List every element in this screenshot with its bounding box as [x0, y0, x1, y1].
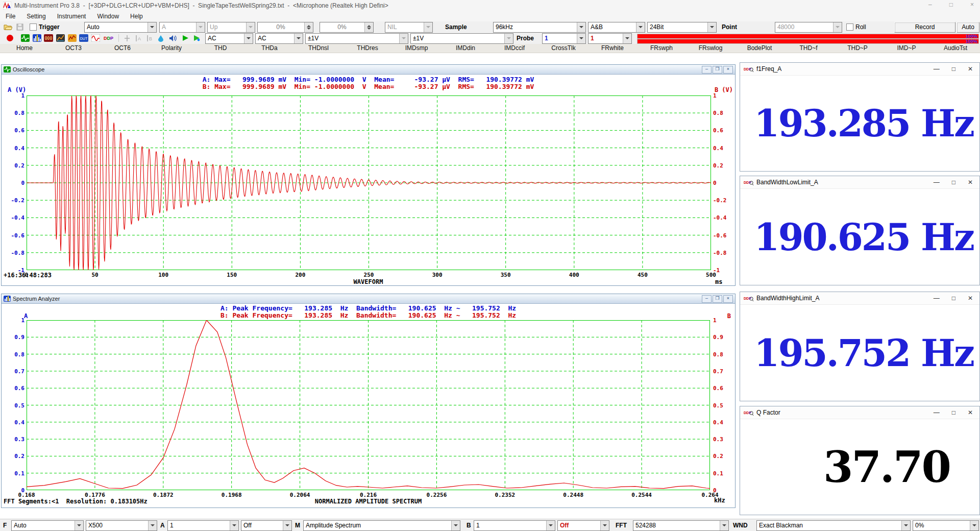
probe-a-select[interactable]: 1 — [542, 33, 586, 44]
chevron-down-icon[interactable] — [577, 34, 585, 43]
spectrum-3d-plot-icon[interactable] — [56, 34, 65, 42]
chevron-down-icon[interactable] — [283, 521, 291, 530]
tab-thdres[interactable]: THDres — [343, 44, 392, 53]
chevron-down-icon[interactable] — [504, 34, 513, 43]
open-file-icon[interactable] — [3, 22, 12, 31]
app-close-button[interactable]: × — [970, 1, 974, 8]
b-trace-select[interactable]: 1 — [474, 520, 555, 531]
a-trace-select[interactable]: 1 — [167, 520, 239, 531]
tab-oct6[interactable]: OCT6 — [98, 44, 147, 53]
tab-thd[interactable]: THD — [196, 44, 245, 53]
tab-thdnsl[interactable]: THDnsl — [294, 44, 343, 53]
data-logger-icon[interactable] — [67, 34, 77, 42]
tab-thd~p[interactable]: THD~P — [833, 44, 882, 53]
chevron-down-icon[interactable] — [707, 22, 716, 32]
chevron-down-icon[interactable] — [75, 521, 83, 530]
chevron-down-icon[interactable] — [148, 22, 156, 32]
trigger-level-spinner[interactable]: 0% — [257, 22, 313, 33]
chevron-down-icon[interactable] — [600, 521, 609, 530]
fft-mode-select[interactable]: Auto — [11, 520, 84, 531]
close-icon[interactable]: ✕ — [968, 65, 973, 73]
probe-b-select[interactable]: 1 — [588, 33, 632, 44]
chevron-down-icon[interactable] — [636, 22, 645, 32]
ink-drop-icon[interactable] — [156, 34, 165, 42]
spectrum-analyzer-icon[interactable] — [32, 34, 41, 42]
chevron-down-icon[interactable] — [577, 22, 585, 32]
spectrum-plot-area[interactable] — [27, 320, 710, 490]
ddp-titlebar[interactable]: DDP BandWidthLowLimit_A — □ ✕ — [740, 176, 979, 189]
spinner-arrows-icon[interactable] — [364, 22, 373, 32]
restore-icon[interactable]: ❐ — [713, 295, 722, 303]
trigger-rejection-select[interactable]: NIL — [385, 22, 433, 33]
roll-checkbox[interactable] — [846, 23, 853, 31]
ddp-viewer-icon[interactable]: DDP — [103, 34, 115, 42]
record-points-select[interactable]: 48000 — [775, 22, 842, 33]
scope-plot-area[interactable] — [27, 95, 711, 270]
sampling-channels-select[interactable]: A&B — [588, 22, 645, 33]
trigger-delay-spinner[interactable]: 0% — [320, 22, 374, 33]
tab-imdccif[interactable]: IMDccif — [490, 44, 539, 53]
coupling-a-select[interactable]: AC — [205, 33, 253, 44]
multimeter-icon[interactable]: 000 — [44, 34, 53, 42]
tab-frswph[interactable]: FRswph — [637, 44, 686, 53]
menu-item-instrument[interactable]: Instrument — [52, 11, 92, 21]
record-dot-icon[interactable] — [4, 34, 15, 42]
display-mode-select[interactable]: Amplitude Spectrum — [303, 520, 460, 531]
play-loop-icon[interactable] — [192, 34, 201, 42]
chevron-down-icon[interactable] — [970, 521, 978, 530]
menu-item-setting[interactable]: Setting — [21, 11, 51, 21]
marker-b-icon[interactable]: B — [145, 34, 154, 42]
chevron-down-icon[interactable] — [294, 34, 303, 43]
minimize-icon[interactable]: — — [934, 179, 940, 186]
tab-crosstlk[interactable]: CrossTlk — [539, 44, 588, 53]
range-b-select[interactable]: ±1V — [410, 33, 513, 44]
minimize-icon[interactable]: – — [702, 66, 712, 74]
ddp-titlebar[interactable]: DDP Q Factor — □ ✕ — [740, 406, 979, 419]
ddp-titlebar[interactable]: DDP f1Freq_A — □ ✕ — [740, 63, 979, 76]
tab-home[interactable]: Home — [0, 44, 49, 53]
maximize-icon[interactable]: □ — [952, 65, 955, 73]
spinner-arrows-icon[interactable] — [304, 22, 313, 32]
close-icon[interactable]: × — [723, 66, 733, 74]
chevron-down-icon[interactable] — [451, 521, 460, 530]
auto-button[interactable]: Auto — [957, 22, 979, 33]
maximize-icon[interactable]: □ — [952, 295, 955, 302]
chevron-down-icon[interactable] — [244, 34, 253, 43]
tab-thda[interactable]: THDa — [245, 44, 294, 53]
chevron-down-icon[interactable] — [399, 34, 408, 43]
overlap-select[interactable]: 0% — [913, 520, 979, 531]
tab-oct3[interactable]: OCT3 — [49, 44, 98, 53]
chevron-down-icon[interactable] — [148, 521, 157, 530]
marker-a-icon[interactable]: A — [134, 34, 143, 42]
chevron-down-icon[interactable] — [230, 521, 238, 530]
zoom-select[interactable]: X500 — [86, 520, 157, 531]
chevron-down-icon[interactable] — [720, 521, 728, 530]
chevron-down-icon[interactable] — [546, 521, 555, 530]
maximize-icon[interactable]: □ — [952, 179, 955, 186]
close-icon[interactable]: ✕ — [968, 179, 973, 186]
menu-item-help[interactable]: Help — [125, 11, 149, 21]
app-maximize-button[interactable]: □ — [949, 1, 953, 8]
menu-item-window[interactable]: Window — [91, 11, 125, 21]
maximize-icon[interactable]: □ — [952, 409, 955, 416]
a-processing-select[interactable]: Off — [241, 520, 292, 531]
restore-icon[interactable]: ❐ — [713, 66, 722, 74]
trigger-source-select[interactable]: A — [159, 22, 205, 33]
minimize-icon[interactable]: — — [934, 65, 940, 73]
chevron-down-icon[interactable] — [833, 22, 842, 32]
close-icon[interactable]: × — [723, 295, 733, 303]
save-file-icon[interactable] — [15, 22, 24, 31]
trigger-checkbox[interactable] — [30, 23, 37, 31]
oscilloscope-icon[interactable] — [20, 34, 30, 42]
coupling-b-select[interactable]: AC — [255, 33, 303, 44]
oscilloscope-titlebar[interactable]: Oscilloscope – ❐ × — [2, 65, 735, 75]
device-test-plan-icon[interactable]: DUT — [79, 34, 88, 42]
trigger-mode-select[interactable]: Auto — [84, 22, 157, 33]
minimize-icon[interactable]: — — [934, 409, 940, 416]
tab-imddin[interactable]: IMDdin — [441, 44, 490, 53]
tab-audiotst[interactable]: AudioTst — [931, 44, 980, 53]
signal-generator-icon[interactable] — [91, 34, 100, 42]
app-minimize-button[interactable]: – — [928, 1, 932, 8]
close-icon[interactable]: ✕ — [968, 409, 973, 416]
tab-imd~p[interactable]: IMD~P — [882, 44, 931, 53]
